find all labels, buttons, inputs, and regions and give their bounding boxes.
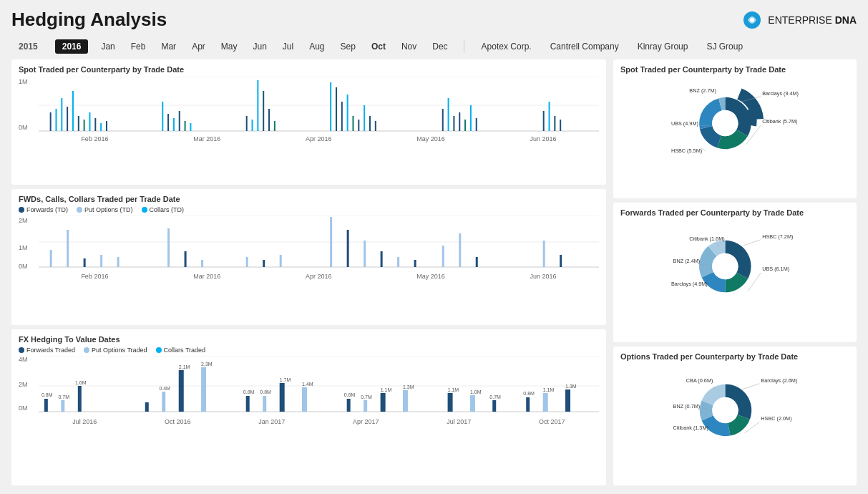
svg-rect-10 xyxy=(78,116,79,131)
svg-rect-82 xyxy=(145,402,149,412)
fwd-y-0m: 0M xyxy=(19,263,28,270)
spot-y-1m: 1M xyxy=(19,78,28,85)
month-oct[interactable]: Oct xyxy=(369,40,389,53)
svg-rect-33 xyxy=(358,120,359,131)
svg-text:HSBC (2.0M): HSBC (2.0M) xyxy=(761,415,791,421)
collars-traded-dot xyxy=(156,347,162,353)
fwd-x-mar2016: Mar 2016 xyxy=(193,273,220,280)
month-nov[interactable]: Nov xyxy=(399,40,419,53)
legend-forwards: Forwards (TD) xyxy=(19,206,68,213)
month-sep[interactable]: Sep xyxy=(338,40,359,53)
svg-rect-31 xyxy=(347,95,348,131)
spot-x-may2016: May 2016 xyxy=(416,135,445,142)
svg-rect-61 xyxy=(280,255,282,267)
fx-x-jul2016: Jul 2016 xyxy=(72,418,97,425)
svg-rect-5 xyxy=(50,112,52,131)
separator-1 xyxy=(464,40,464,53)
fx-bars-svg: 0.8M 0.7M 1.6M 0.4M 2. xyxy=(39,356,599,417)
svg-rect-45 xyxy=(549,102,550,131)
svg-rect-57 xyxy=(185,251,187,267)
svg-text:Barclays (2.6M): Barclays (2.6M) xyxy=(761,377,797,384)
legend-collars: Collars (TD) xyxy=(142,206,185,213)
fx-y-4m: 4M xyxy=(19,356,28,363)
svg-rect-103 xyxy=(403,390,408,412)
month-jan[interactable]: Jan xyxy=(98,40,117,53)
svg-rect-30 xyxy=(341,102,343,131)
svg-rect-26 xyxy=(268,109,270,131)
legend-put-options: Put Options (TD) xyxy=(77,206,133,213)
company-apotex[interactable]: Apotex Corp. xyxy=(477,40,536,53)
svg-text:0.4M: 0.4M xyxy=(159,386,170,391)
svg-rect-66 xyxy=(397,257,399,267)
donut-spot-container: Barclays (9.4M) Citibank (5.7M) HSBC (5.… xyxy=(620,77,849,170)
donut-forwards-title: Forwards Traded per Counterparty by Trad… xyxy=(620,208,849,217)
forwards-traded-dot xyxy=(19,347,24,353)
donut-options-title: Options Traded per Counterparty by Trade… xyxy=(620,352,849,361)
svg-rect-27 xyxy=(274,121,275,131)
fwd-x-may2016: May 2016 xyxy=(416,273,445,280)
svg-point-117 xyxy=(712,110,738,136)
month-jul[interactable]: Jul xyxy=(280,40,296,53)
svg-rect-36 xyxy=(375,121,376,131)
svg-rect-29 xyxy=(336,87,337,131)
fx-x-oct2017: Oct 2017 xyxy=(539,418,565,425)
fwd-chart-section: FWDs, Calls, Collars Traded per Trade Da… xyxy=(11,189,606,325)
fx-y-0m: 0M xyxy=(19,405,28,412)
fwd-bars-svg xyxy=(39,215,599,271)
month-aug[interactable]: Aug xyxy=(306,40,327,53)
month-may[interactable]: May xyxy=(218,40,240,53)
svg-rect-89 xyxy=(246,396,250,412)
year-2016-button[interactable]: 2016 xyxy=(55,39,89,54)
left-panel: Spot Traded per Counterparty by Trade Da… xyxy=(11,59,606,485)
svg-text:0.7M: 0.7M xyxy=(489,394,501,399)
month-apr[interactable]: Apr xyxy=(189,40,208,53)
svg-rect-16 xyxy=(162,102,163,131)
svg-rect-91 xyxy=(263,396,266,412)
svg-rect-6 xyxy=(55,109,57,131)
main-content: Spot Traded per Counterparty by Trade Da… xyxy=(11,59,857,485)
svg-rect-41 xyxy=(464,120,466,131)
donut-options-svg: Barclays (2.6M) HSBC (2.0M) Citibank (1.… xyxy=(663,364,806,457)
month-mar[interactable]: Mar xyxy=(158,40,179,53)
dashboard: Hedging Analysis ENTERPRISE DNA 2015 201… xyxy=(0,0,868,494)
svg-rect-87 xyxy=(201,367,206,412)
company-sjgroup[interactable]: SJ Group xyxy=(702,40,747,53)
svg-rect-115 xyxy=(565,389,570,412)
donut-options-section: Options Traded per Counterparty by Trade… xyxy=(613,347,857,485)
svg-rect-54 xyxy=(100,255,102,267)
svg-text:1.7M: 1.7M xyxy=(280,377,291,382)
company-cantrell[interactable]: Cantrell Company xyxy=(546,40,623,53)
svg-rect-9 xyxy=(72,91,74,131)
spot-chart-section: Spot Traded per Counterparty by Trade Da… xyxy=(11,59,606,185)
svg-text:1.1M: 1.1M xyxy=(543,387,555,392)
svg-rect-65 xyxy=(381,251,383,267)
company-kinray[interactable]: Kinray Group xyxy=(633,40,693,53)
donut-forwards-section: Forwards Traded per Counterparty by Trad… xyxy=(613,203,857,342)
svg-rect-13 xyxy=(94,118,96,131)
month-feb[interactable]: Feb xyxy=(128,40,149,53)
svg-text:0.7M: 0.7M xyxy=(361,394,372,399)
svg-rect-78 xyxy=(61,400,64,412)
svg-rect-69 xyxy=(459,233,461,267)
month-jun[interactable]: Jun xyxy=(250,40,269,53)
page-title: Hedging Analysis xyxy=(11,9,167,31)
donut-spot-section: Spot Traded per Counterparty by Trade Da… xyxy=(613,59,857,198)
svg-rect-46 xyxy=(554,116,555,131)
svg-rect-72 xyxy=(560,255,562,267)
svg-text:BNZ (0.7M): BNZ (0.7M) xyxy=(673,403,701,410)
year-2015-button[interactable]: 2015 xyxy=(11,39,45,54)
spot-chart-title: Spot Traded per Counterparty by Trade Da… xyxy=(19,65,599,74)
fwd-y-2m: 2M xyxy=(19,217,28,224)
svg-rect-55 xyxy=(117,257,120,267)
header: Hedging Analysis ENTERPRISE DNA xyxy=(11,9,857,31)
svg-text:0.8M: 0.8M xyxy=(42,392,53,397)
svg-rect-107 xyxy=(470,395,475,412)
logo: ENTERPRISE DNA xyxy=(742,10,857,30)
svg-rect-67 xyxy=(414,260,416,267)
svg-rect-25 xyxy=(263,91,264,131)
spot-x-apr2016: Apr 2016 xyxy=(306,135,332,142)
fwd-x-feb2016: Feb 2016 xyxy=(81,273,108,280)
svg-rect-11 xyxy=(84,120,85,131)
svg-rect-37 xyxy=(442,109,444,131)
month-dec[interactable]: Dec xyxy=(429,40,450,53)
